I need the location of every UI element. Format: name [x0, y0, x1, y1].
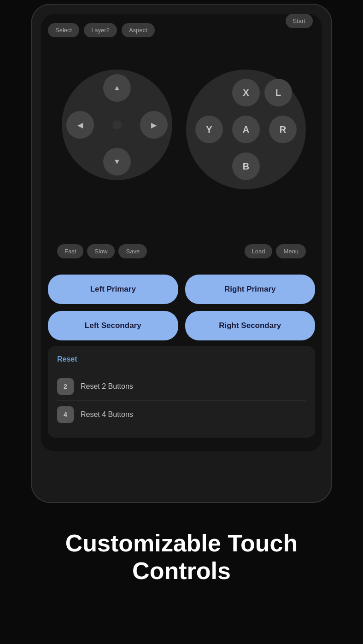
right-secondary-button[interactable]: Right Secondary [185, 311, 316, 340]
reset-title: Reset [57, 355, 306, 363]
dpad-up-button[interactable]: ▲ [103, 74, 131, 102]
controller-area: Select Layer2 Aspect Start ▲ ▼ ◀ ▶ [41, 14, 322, 451]
load-button[interactable]: Load [245, 244, 273, 258]
right-cluster: X L Y A R B [186, 70, 306, 180]
secondary-mapping-row: Left Secondary Right Secondary [48, 311, 315, 340]
right-primary-button[interactable]: Right Primary [185, 275, 316, 304]
primary-mapping-row: Left Primary Right Primary [48, 275, 315, 304]
bottom-ctrl-row: Fast Slow Save Load Menu [57, 244, 306, 258]
face-a-button[interactable]: A [232, 116, 260, 143]
dpad-right-button[interactable]: ▶ [140, 111, 168, 139]
reset-4-item[interactable]: 4 Reset 4 Buttons [57, 401, 306, 428]
left-secondary-button[interactable]: Left Secondary [48, 311, 178, 340]
tagline-area: Customizable Touch Controls [0, 502, 363, 603]
tagline-text: Customizable Touch Controls [18, 530, 345, 585]
phone-frame: Select Layer2 Aspect Start ▲ ▼ ◀ ▶ [32, 5, 331, 502]
save-button[interactable]: Save [118, 244, 147, 258]
reset-section: Reset 2 Reset 2 Buttons 4 Reset 4 Button… [48, 346, 315, 438]
dpad-circle: ▲ ▼ ◀ ▶ [62, 70, 172, 180]
menu-button[interactable]: Menu [276, 244, 306, 258]
fast-button[interactable]: Fast [57, 244, 83, 258]
top-button-row: Select Layer2 Aspect Start [48, 23, 315, 37]
face-x-button[interactable]: X [232, 79, 260, 106]
bottom-right-buttons: Load Menu [245, 244, 306, 258]
start-button[interactable]: Start [286, 14, 313, 28]
layer2-button[interactable]: Layer2 [84, 23, 117, 37]
bottom-left-buttons: Fast Slow Save [57, 244, 147, 258]
face-r-button[interactable]: R [269, 116, 297, 143]
face-l-button[interactable]: L [264, 79, 292, 106]
dpad-center [112, 120, 122, 129]
reset-2-icon: 2 [57, 378, 74, 395]
slow-button[interactable]: Slow [87, 244, 115, 258]
aspect-button[interactable]: Aspect [122, 23, 155, 37]
top-left-buttons: Select Layer2 Aspect [48, 23, 155, 37]
face-y-button[interactable]: Y [195, 116, 223, 143]
face-b-button[interactable]: B [232, 152, 260, 180]
left-primary-button[interactable]: Left Primary [48, 275, 178, 304]
reset-4-label: Reset 4 Buttons [81, 410, 133, 419]
reset-2-item[interactable]: 2 Reset 2 Buttons [57, 373, 306, 401]
dpad-area: ▲ ▼ ◀ ▶ [62, 70, 172, 180]
controller-top-area: ▲ ▼ ◀ ▶ X L Y A R B [48, 42, 315, 268]
dpad-down-button[interactable]: ▼ [103, 148, 131, 176]
reset-4-icon: 4 [57, 406, 74, 423]
right-circle: X L Y A R B [186, 70, 306, 189]
dpad-left-button[interactable]: ◀ [66, 111, 94, 139]
reset-2-label: Reset 2 Buttons [81, 382, 133, 391]
select-button[interactable]: Select [48, 23, 79, 37]
